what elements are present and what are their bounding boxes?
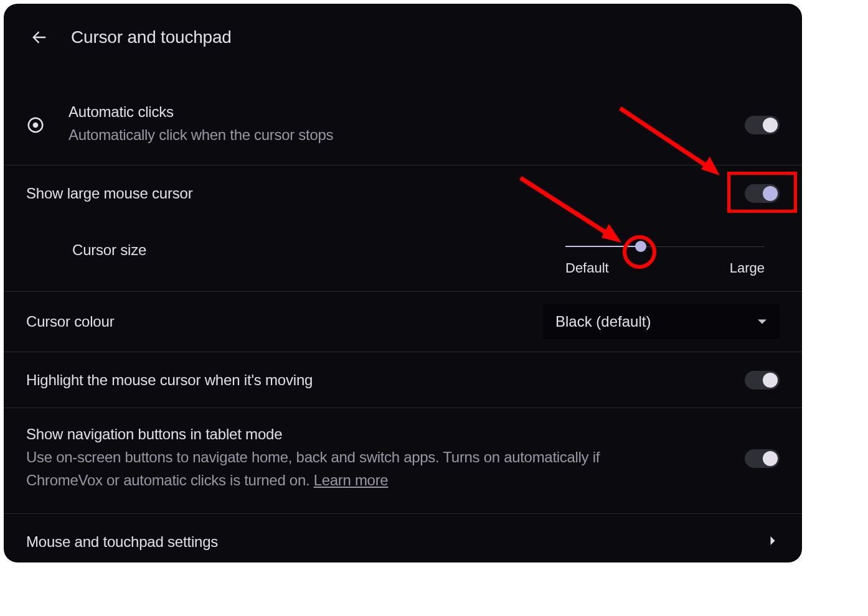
cursor-size-row: Cursor size Default Large <box>4 222 802 292</box>
slider-label-default: Default <box>565 260 609 276</box>
header: Cursor and touchpad <box>4 4 802 66</box>
back-button[interactable] <box>30 28 49 47</box>
settings-content: Automatic clicks Automatically click whe… <box>4 66 802 562</box>
nav-buttons-title: Show navigation buttons in tablet mode <box>26 426 649 443</box>
highlight-cursor-toggle[interactable] <box>745 371 780 390</box>
large-cursor-row: Show large mouse cursor <box>4 166 802 222</box>
mouse-touchpad-title: Mouse and touchpad settings <box>26 533 770 551</box>
learn-more-link[interactable]: Learn more <box>314 472 389 488</box>
mouse-touchpad-row[interactable]: Mouse and touchpad settings <box>4 514 802 562</box>
page-title: Cursor and touchpad <box>71 27 232 47</box>
highlight-cursor-title: Highlight the mouse cursor when it's mov… <box>26 371 745 389</box>
cursor-size-title: Cursor size <box>72 236 146 259</box>
back-arrow-icon <box>31 29 48 46</box>
target-icon <box>26 116 45 134</box>
annotation-circle <box>623 235 656 269</box>
slider-label-large: Large <box>730 260 765 276</box>
automatic-clicks-title: Automatic clicks <box>68 103 333 121</box>
cursor-colour-row: Cursor colour Black (default) <box>4 292 802 352</box>
chevron-down-icon <box>757 319 767 325</box>
cursor-colour-title: Cursor colour <box>26 313 543 330</box>
nav-buttons-toggle[interactable] <box>745 449 780 468</box>
settings-screen: Cursor and touchpad Automatic clicks Aut… <box>4 4 802 562</box>
cursor-size-slider-container: Default Large <box>565 236 765 276</box>
annotation-box <box>727 172 797 213</box>
svg-point-1 <box>33 122 39 128</box>
cursor-colour-select[interactable]: Black (default) <box>543 304 780 339</box>
nav-buttons-subtitle: Use on-screen buttons to navigate home, … <box>26 446 649 492</box>
automatic-clicks-row: Automatic clicks Automatically click whe… <box>4 103 802 166</box>
highlight-cursor-row: Highlight the mouse cursor when it's mov… <box>4 352 802 408</box>
chevron-right-icon <box>770 536 780 548</box>
cursor-size-slider[interactable] <box>565 240 765 253</box>
cursor-colour-value: Black (default) <box>555 313 651 330</box>
automatic-clicks-subtitle: Automatically click when the cursor stop… <box>68 123 333 146</box>
nav-buttons-row: Show navigation buttons in tablet mode U… <box>4 408 802 513</box>
large-cursor-title: Show large mouse cursor <box>26 185 745 202</box>
nav-buttons-subtitle-text: Use on-screen buttons to navigate home, … <box>26 449 600 488</box>
automatic-clicks-toggle[interactable] <box>745 116 780 134</box>
